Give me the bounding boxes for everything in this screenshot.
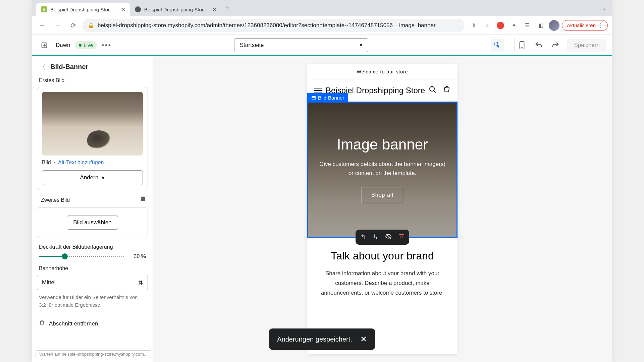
settings-sidebar: 〈 Bild-Banner Erstes Bild Bild • Alt-Tex… (32, 56, 153, 362)
trash-icon (39, 320, 45, 327)
undo-button[interactable] (531, 38, 546, 53)
select-arrows-icon: ⇅ (138, 279, 143, 286)
exit-editor-button[interactable] (38, 39, 51, 52)
close-icon[interactable]: ✕ (121, 6, 125, 13)
back-button[interactable]: ← (36, 19, 48, 32)
first-image-card: Bild • Alt-Text hinzufügen Ändern ▾ (37, 87, 148, 190)
section-title: Bild-Banner (50, 63, 88, 71)
remove-section-button[interactable]: Abschnitt entfernen (32, 315, 153, 332)
preview-canvas: Welcome to our store Beispiel Dropshippi… (153, 56, 612, 362)
more-menu-icon[interactable]: ⋮ (598, 22, 603, 28)
remove-label: Abschnitt entfernen (49, 320, 98, 327)
height-select[interactable]: Mittel ⇅ (37, 275, 148, 290)
page-selected-label: Startseite (240, 42, 264, 49)
save-label: Speichern (574, 42, 600, 48)
sidepanel-icon[interactable]: ◧ (535, 20, 546, 31)
dynamic-source-icon[interactable] (140, 196, 146, 204)
opacity-label: Deckkraft der Bildüberlagerung (37, 244, 148, 250)
banner-section-selected[interactable]: Bild-Banner Image banner Give customers … (307, 102, 458, 238)
browser-tab-inactive[interactable]: Beispiel Dropshipping Store ✕ (130, 3, 221, 16)
svg-point-5 (430, 86, 434, 91)
bild-text: Bild (42, 160, 51, 165)
lock-icon: 🔒 (88, 22, 94, 28)
new-tab-button[interactable]: + (221, 2, 233, 14)
update-label: Aktualisieren (567, 22, 596, 28)
opacity-slider[interactable] (39, 256, 125, 257)
move-up-icon[interactable]: ↰ (360, 233, 366, 241)
second-image-card: Bild auswählen (37, 207, 148, 238)
section-label-badge: Bild-Banner (307, 93, 348, 102)
status-bar: Warten auf beispiel-dropshipping-store.m… (36, 350, 151, 358)
first-image-label: Erstes Bild (37, 77, 148, 83)
toast-message: Änderungen gespeichert. (277, 336, 352, 343)
extensions-icon[interactable]: ✦ (508, 20, 520, 31)
more-actions-button[interactable]: ••• (102, 41, 111, 50)
toast-close-button[interactable]: ✕ (360, 335, 367, 344)
rich-text-body: Share information about your brand with … (317, 269, 448, 298)
reading-list-icon[interactable]: ☰ (522, 20, 533, 31)
toast-notification: Änderungen gespeichert. ✕ (269, 328, 375, 350)
image-banner: Image banner Give customers details abou… (308, 103, 457, 237)
banner-text[interactable]: Give customers details about the banner … (318, 160, 447, 178)
delete-icon[interactable] (398, 233, 405, 241)
shopify-icon: S (41, 6, 47, 12)
height-help-text: Verwende für Bilder ein Seitenverhältnis… (37, 290, 148, 309)
share-icon[interactable]: ⇧ (468, 20, 479, 31)
section-label-text: Bild-Banner (318, 95, 344, 101)
live-badge: Live (75, 41, 97, 49)
select-image-label: Bild auswählen (73, 219, 111, 226)
image-preview[interactable] (42, 92, 143, 156)
menu-icon[interactable] (314, 88, 322, 93)
mobile-preview: Welcome to our store Beispiel Dropshippi… (307, 64, 458, 354)
change-label: Ändern (80, 174, 99, 181)
move-down-icon[interactable]: ↳ (373, 233, 378, 241)
update-button[interactable]: Aktualisieren ⋮ (562, 20, 608, 31)
site-icon (135, 6, 141, 12)
browser-tab-active[interactable]: S Beispiel Dropshipping Store · D ✕ (36, 3, 130, 16)
tab-title: Beispiel Dropshipping Store · D (50, 7, 115, 12)
alt-text-link[interactable]: Alt-Text hinzufügen (58, 160, 104, 165)
second-image-label: Zweites Bild (39, 197, 72, 203)
status-dot-icon (79, 44, 82, 47)
shop-all-label: Shop all (371, 192, 393, 198)
address-bar[interactable]: 🔒 beispiel-dropshipping-store.myshopify.… (83, 19, 465, 32)
separator: • (54, 160, 56, 165)
hide-icon[interactable] (385, 233, 392, 241)
banner-heading[interactable]: Image banner (337, 136, 428, 153)
chevron-down-icon: ▾ (360, 42, 363, 49)
back-arrow-button[interactable]: 〈 (39, 62, 46, 71)
height-label: Bannerhöhe (37, 265, 148, 272)
url-text: beispiel-dropshipping-store.myshopify.co… (98, 22, 436, 29)
announcement-bar: Welcome to our store (307, 64, 458, 79)
svg-rect-7 (312, 96, 316, 98)
profile-avatar[interactable] (548, 20, 560, 31)
bookmark-icon[interactable]: ☆ (481, 20, 493, 31)
browser-tab-strip: S Beispiel Dropshipping Store · D ✕ Beis… (32, 0, 612, 16)
height-value: Mittel (42, 279, 56, 286)
editor-app-bar: Dawn Live ••• Startseite ▾ Speichern (32, 35, 612, 56)
section-toolbar: ↰ ↳ (356, 230, 409, 245)
rich-text-section[interactable]: Talk about your brand Share information … (307, 238, 458, 305)
close-icon[interactable]: ✕ (212, 6, 217, 13)
theme-name: Dawn (56, 42, 70, 49)
forward-button: → (52, 19, 64, 32)
svg-point-3 (522, 47, 522, 48)
slider-thumb[interactable] (62, 253, 68, 259)
save-button: Speichern (567, 39, 606, 52)
redo-button[interactable] (548, 38, 562, 53)
reload-button[interactable]: ⟳ (67, 19, 79, 32)
opacity-value: 30 % (129, 253, 146, 259)
inspector-toggle[interactable] (491, 39, 504, 52)
shop-all-button[interactable]: Shop all (362, 187, 403, 203)
rich-text-heading: Talk about your brand (317, 250, 448, 262)
change-image-button[interactable]: Ändern ▾ (42, 170, 143, 185)
search-icon[interactable] (429, 85, 437, 96)
extension-red-icon[interactable] (495, 20, 506, 31)
tab-overflow-icon[interactable]: ⌄ (602, 5, 606, 11)
tab-title: Beispiel Dropshipping Store (144, 7, 206, 12)
page-selector[interactable]: Startseite ▾ (234, 38, 368, 52)
select-image-button[interactable]: Bild auswählen (67, 216, 118, 230)
cart-icon[interactable] (443, 85, 451, 96)
browser-toolbar: ← → ⟳ 🔒 beispiel-dropshipping-store.mysh… (32, 16, 612, 35)
mobile-view-button[interactable] (514, 38, 529, 53)
